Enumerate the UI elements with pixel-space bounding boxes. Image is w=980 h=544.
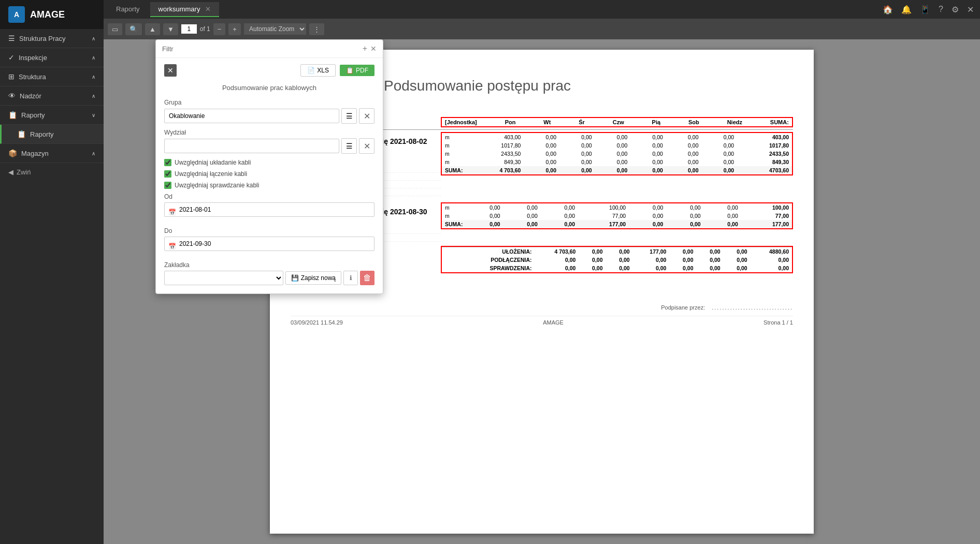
nadzor-icon: 👁 bbox=[8, 92, 16, 100]
filter-group-clear-btn[interactable]: ✕ bbox=[359, 108, 374, 124]
filter-check3[interactable] bbox=[164, 182, 171, 189]
tab-raporty-label: Raporty bbox=[116, 5, 140, 13]
calendar-od-icon: 📅 bbox=[168, 209, 176, 216]
filter-info-btn[interactable]: ℹ bbox=[343, 271, 358, 285]
filter-report-title: Podsumowanie prac kablowych bbox=[164, 84, 374, 92]
filter-panel: Filtr + ✕ ✕ 📄 XLS 📋 bbox=[155, 39, 383, 294]
pdf-timestamp: 03/09/2021 11.54.29 bbox=[291, 319, 343, 326]
filter-dept-clear-btn[interactable]: ✕ bbox=[359, 138, 374, 154]
chevron-up-icon-5: ∧ bbox=[92, 151, 95, 156]
struktura-pracy-icon: ☰ bbox=[8, 34, 15, 42]
app-logo-icon: A bbox=[8, 6, 25, 23]
close-app-icon[interactable]: ✕ bbox=[965, 3, 976, 17]
sidebar-item-label-raporty-parent: Raporty bbox=[21, 111, 45, 119]
sidebar-item-label-magazyn: Magazyn bbox=[21, 150, 49, 157]
search-pdf-btn[interactable]: 🔍 bbox=[125, 23, 142, 35]
sidebar-item-raporty-child[interactable]: 📋 Raporty bbox=[0, 125, 104, 144]
filter-zakładka-select[interactable] bbox=[164, 271, 283, 285]
sidebar-item-struktura[interactable]: ⊞ Struktura ∧ bbox=[0, 67, 104, 86]
bell-icon[interactable]: 🔔 bbox=[899, 3, 914, 17]
filter-xls-btn[interactable]: 📄 XLS bbox=[300, 64, 336, 77]
filter-save-btn[interactable]: 💾 Zapisz nową bbox=[285, 271, 341, 285]
table-row: m 403,00 0,00 0,00 0,00 0,00 0,00 0,00 4… bbox=[442, 133, 792, 141]
mobile-icon[interactable]: 📱 bbox=[918, 3, 932, 17]
total-ulozenia-label: UŁOŻENIA: bbox=[457, 247, 535, 256]
sidebar-item-inspekcje[interactable]: ✓ Inspekcje ∧ bbox=[0, 48, 104, 67]
settings-icon[interactable]: ⚙ bbox=[949, 3, 961, 17]
collapse-arrow-icon: ◀ bbox=[8, 168, 13, 176]
tab-raporty[interactable]: Raporty bbox=[108, 2, 148, 17]
sidebar-item-label-struktura: Struktura bbox=[19, 73, 46, 81]
pdf-label: PDF bbox=[356, 67, 368, 74]
tab-worksummary[interactable]: worksummary ✕ bbox=[150, 2, 220, 17]
filter-title: Filtr bbox=[162, 45, 174, 53]
zoom-options-btn[interactable]: ⋮ bbox=[309, 23, 324, 35]
filter-group-input[interactable] bbox=[164, 109, 339, 123]
filter-od-label: Od bbox=[164, 193, 374, 200]
filter-check1[interactable] bbox=[164, 159, 171, 166]
xls-label: XLS bbox=[317, 67, 329, 74]
filter-dept-input[interactable] bbox=[164, 139, 339, 153]
signature-value: ............................... bbox=[712, 304, 793, 311]
filter-do-wrapper: 📅 bbox=[164, 237, 374, 256]
delete-icon: 🗑 bbox=[363, 273, 371, 283]
week1-suma-row: SUMA: 4 703,60 0,00 0,00 0,00 0,00 0,00 … bbox=[442, 166, 792, 174]
next-page-btn[interactable]: ▼ bbox=[163, 23, 178, 35]
filter-check1-row: Uwzględniaj układanie kabli bbox=[164, 159, 374, 166]
home-icon[interactable]: 🏠 bbox=[881, 3, 895, 17]
col-wt: Wt bbox=[543, 119, 551, 125]
filter-od-input[interactable] bbox=[164, 202, 374, 217]
filter-dept-list-btn[interactable]: ☰ bbox=[341, 138, 357, 154]
content-area: Podsumowanie postępu prac Nie Kod pracy … bbox=[104, 39, 980, 544]
prev-page-btn[interactable]: ▲ bbox=[145, 23, 160, 35]
chevron-down-icon: ∨ bbox=[92, 112, 95, 118]
struktura-icon: ⊞ bbox=[8, 72, 15, 81]
info-icon: ℹ bbox=[350, 274, 352, 282]
filter-group-row: ☰ ✕ bbox=[164, 108, 374, 124]
page-number-input[interactable] bbox=[181, 24, 197, 34]
pdf-icon: 📋 bbox=[346, 67, 354, 74]
filter-dept-label: Wydział bbox=[164, 129, 374, 136]
col-sr: Śr bbox=[579, 119, 585, 125]
zoom-select[interactable]: Automatic Zoom bbox=[244, 23, 306, 35]
zoom-in-btn[interactable]: + bbox=[228, 23, 241, 35]
table-row: m 0,00 0,00 0,00 100,00 0,00 0,00 0,00 1… bbox=[442, 203, 792, 212]
calendar-do-icon: 📅 bbox=[168, 243, 176, 250]
col-pia: Pią bbox=[652, 119, 661, 125]
app-logo: A AMAGE bbox=[0, 0, 104, 29]
week2-suma-row: SUMA: 0,00 0,00 0,00 177,00 0,00 0,00 0,… bbox=[442, 220, 792, 228]
tab-worksummary-label: worksummary bbox=[158, 5, 200, 13]
filter-zakładka-label: Zakładka bbox=[164, 261, 374, 269]
save-icon: 💾 bbox=[291, 274, 299, 282]
pdf-page-label: Strona 1 / 1 bbox=[763, 319, 793, 326]
tab-close-icon[interactable]: ✕ bbox=[205, 5, 211, 13]
sidebar-item-struktura-pracy[interactable]: ☰ Struktura Pracy ∧ bbox=[0, 29, 104, 48]
col-sob: Sob bbox=[688, 119, 699, 125]
zoom-out-btn[interactable]: − bbox=[213, 23, 226, 35]
tab-bar: Raporty worksummary ✕ 🏠 🔔 📱 ? ⚙ ✕ bbox=[104, 0, 980, 19]
filter-group-list-btn[interactable]: ☰ bbox=[341, 108, 357, 124]
filter-check3-label: Uwzględniaj sprawdzanie kabli bbox=[175, 182, 259, 189]
filter-delete-btn[interactable]: 🗑 bbox=[360, 271, 374, 285]
help-icon[interactable]: ? bbox=[936, 3, 945, 16]
filter-do-input[interactable] bbox=[164, 237, 374, 251]
raporty-parent-icon: 📋 bbox=[8, 111, 17, 119]
filter-check2[interactable] bbox=[164, 170, 171, 178]
filter-dismiss-btn[interactable]: ✕ bbox=[164, 64, 177, 77]
sidebar-item-label-struktura-pracy: Struktura Pracy bbox=[19, 35, 66, 42]
sidebar-item-nadzor[interactable]: 👁 Nadzór ∧ bbox=[0, 86, 104, 106]
filter-check2-label: Uwzględniaj łączenie kabli bbox=[175, 170, 247, 178]
total-ulozenia-row: UŁOŻENIA: 4 703,60 0,00 0,00 177,00 0,00… bbox=[442, 247, 792, 256]
signature-label: Podpisane przez: bbox=[661, 304, 705, 311]
sidebar-item-magazyn[interactable]: 📦 Magazyn ∧ bbox=[0, 144, 104, 163]
sidebar: A AMAGE ☰ Struktura Pracy ∧ ✓ Inspekcje … bbox=[0, 0, 104, 544]
total-podlaczenia-row: PODŁĄCZENIA: 0,00 0,00 0,00 0,00 0,00 0,… bbox=[442, 256, 792, 264]
sidebar-item-raporty-parent[interactable]: 📋 Raporty ∨ bbox=[0, 106, 104, 125]
sidebar-toggle-btn[interactable]: ▭ bbox=[108, 23, 122, 35]
filter-close-x[interactable]: ✕ bbox=[370, 45, 377, 53]
filter-pdf-btn[interactable]: 📋 PDF bbox=[340, 65, 374, 76]
col-pon: Pon bbox=[505, 119, 516, 125]
col-czw: Czw bbox=[613, 119, 624, 125]
sidebar-collapse[interactable]: ◀ Zwiń bbox=[0, 163, 104, 181]
chevron-up-icon-2: ∧ bbox=[92, 55, 95, 61]
